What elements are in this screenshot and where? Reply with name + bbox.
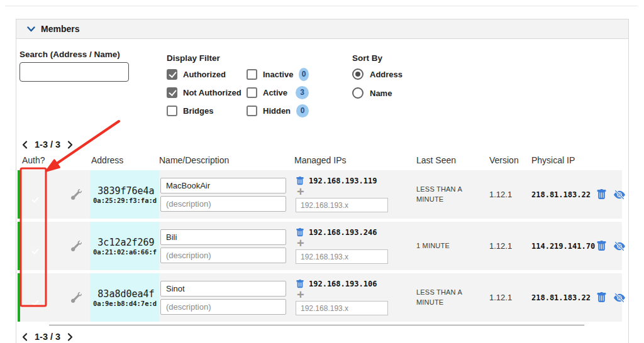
- chevron-left-icon: [22, 141, 28, 149]
- search-input[interactable]: [19, 62, 129, 82]
- last-seen-cell: LESS THAN A MINUTE: [395, 288, 483, 307]
- eye-slash-icon: [614, 189, 625, 200]
- chevron-right-icon: [67, 141, 73, 149]
- chevron-down-icon[interactable]: [27, 26, 35, 32]
- member-settings-button[interactable]: [71, 189, 82, 200]
- hide-member-button[interactable]: [614, 241, 625, 252]
- member-description-input[interactable]: [160, 299, 286, 315]
- header-spacer: [71, 155, 90, 165]
- hidden-count-badge: 0: [296, 104, 309, 117]
- name-cell: [159, 178, 294, 212]
- managed-ip-row: 192.168.193.106: [296, 280, 377, 288]
- panel-title: Members: [41, 24, 79, 34]
- active-count-badge: 3: [296, 86, 309, 99]
- address-cell: 3c12a2f269 0a:21:02:a6:66:f: [90, 222, 159, 270]
- sort-option-label: Name: [370, 89, 392, 98]
- display-filter-block: Display Filter Authorized Not Authorized: [167, 53, 309, 123]
- hide-member-button[interactable]: [614, 292, 625, 303]
- version-cell: 1.12.1: [483, 293, 528, 302]
- authorized-indicator-bar: [18, 273, 20, 322]
- member-row: 3839f76e4a 0a:25:29:f3:fa:d: [18, 170, 622, 219]
- name-cell: [159, 281, 294, 315]
- filter-item-not-authorized: Not Authorized: [167, 87, 247, 98]
- delete-ip-button[interactable]: [296, 228, 304, 237]
- header-spacer: [594, 155, 622, 165]
- pagination-bottom: 1-3 / 3: [22, 330, 628, 343]
- authorized-indicator-bar: [18, 170, 20, 219]
- delete-member-button[interactable]: [596, 189, 607, 200]
- member-description-input[interactable]: [160, 248, 286, 263]
- trash-icon: [596, 241, 607, 251]
- settings-cell: [71, 292, 90, 303]
- new-ip-input[interactable]: [296, 249, 388, 264]
- wrench-icon: [71, 292, 82, 303]
- members-panel-body: Search (Address / Name) Display Filter A…: [16, 39, 628, 343]
- member-mac: 0a:21:02:a6:66:f: [93, 248, 159, 256]
- managed-ips-cell: 192.168.193.119 +: [294, 177, 395, 212]
- add-ip-button[interactable]: +: [297, 290, 304, 300]
- display-filter-options: Authorized Not Authorized Bridges: [167, 68, 309, 123]
- filter-item-active: Active 3: [247, 87, 309, 98]
- physical-ip: 218.81.183.22: [531, 293, 591, 302]
- delete-ip-button[interactable]: [296, 177, 304, 185]
- eye-slash-icon: [614, 241, 625, 252]
- bridges-checkbox[interactable]: [167, 106, 177, 116]
- active-checkbox[interactable]: [247, 87, 257, 98]
- last-seen: LESS THAN A MINUTE: [416, 185, 470, 204]
- pagination-prev-button[interactable]: [22, 141, 28, 149]
- chevron-right-icon: [67, 333, 73, 341]
- hide-member-button[interactable]: [614, 189, 625, 200]
- member-settings-button[interactable]: [71, 241, 82, 251]
- managed-ip: 192.168.193.106: [309, 280, 377, 288]
- delete-ip-button[interactable]: [296, 280, 304, 288]
- last-seen: LESS THAN A MINUTE: [416, 288, 470, 307]
- physical-ip-cell: 218.81.183.22: [528, 293, 594, 302]
- member-address: 3839f76e4a: [93, 185, 159, 197]
- member-row: 83a8d0ea4f 0a:9e:b8:d4:7e:d: [18, 273, 622, 322]
- member-mac: 0a:9e:b8:d4:7e:d: [93, 300, 159, 307]
- member-name-input[interactable]: [160, 281, 286, 297]
- sort-option-label: Address: [370, 70, 402, 79]
- delete-member-button[interactable]: [596, 292, 607, 303]
- header-auth: Auth?: [18, 155, 71, 165]
- sort-address-radio[interactable]: [352, 68, 364, 80]
- members-panel: Members Search (Address / Name) Display …: [16, 19, 629, 343]
- filter-label: Active: [263, 88, 287, 97]
- plus-icon: +: [297, 236, 304, 250]
- members-panel-header[interactable]: Members: [16, 19, 628, 39]
- managed-ips-cell: 192.168.193.106 +: [294, 280, 395, 315]
- new-ip-input[interactable]: [296, 198, 388, 212]
- new-ip-input[interactable]: [296, 301, 388, 315]
- filter-item-bridges: Bridges: [167, 105, 247, 116]
- member-description-input[interactable]: [160, 196, 286, 212]
- authorized-checkbox[interactable]: [167, 69, 177, 80]
- member-row: 3c12a2f269 0a:21:02:a6:66:f: [18, 222, 622, 270]
- delete-member-button[interactable]: [596, 241, 607, 252]
- display-filter-col-2: Inactive 0 Active 3 Hidden: [247, 68, 309, 123]
- member-address: 3c12a2f269: [93, 237, 159, 248]
- member-name-input[interactable]: [160, 229, 286, 245]
- filter-item-inactive: Inactive 0: [247, 68, 309, 80]
- pagination-next-button[interactable]: [67, 333, 73, 341]
- managed-ip: 192.168.193.246: [309, 228, 377, 237]
- sort-name-radio[interactable]: [352, 87, 364, 99]
- not-authorized-checkbox[interactable]: [167, 87, 177, 98]
- member-name-input[interactable]: [160, 178, 286, 193]
- header-version: Version: [483, 155, 528, 165]
- member-settings-button[interactable]: [71, 292, 82, 303]
- last-seen-cell: LESS THAN A MINUTE: [395, 185, 483, 204]
- inactive-count-badge: 0: [299, 68, 309, 81]
- inactive-checkbox[interactable]: [247, 69, 257, 80]
- filter-label: Bridges: [183, 106, 213, 116]
- pagination-next-button[interactable]: [67, 141, 73, 149]
- settings-cell: [71, 241, 90, 251]
- address-cell: 3839f76e4a 0a:25:29:f3:fa:d: [90, 170, 159, 219]
- managed-ips-cell: 192.168.193.246 +: [294, 228, 395, 264]
- add-ip-button[interactable]: +: [297, 187, 304, 197]
- hidden-checkbox[interactable]: [247, 106, 257, 116]
- search-label: Search (Address / Name): [19, 50, 145, 59]
- pagination-prev-button[interactable]: [22, 333, 28, 341]
- managed-ip-row: 192.168.193.246: [296, 228, 377, 237]
- settings-cell: [71, 189, 90, 200]
- add-ip-button[interactable]: +: [297, 238, 304, 248]
